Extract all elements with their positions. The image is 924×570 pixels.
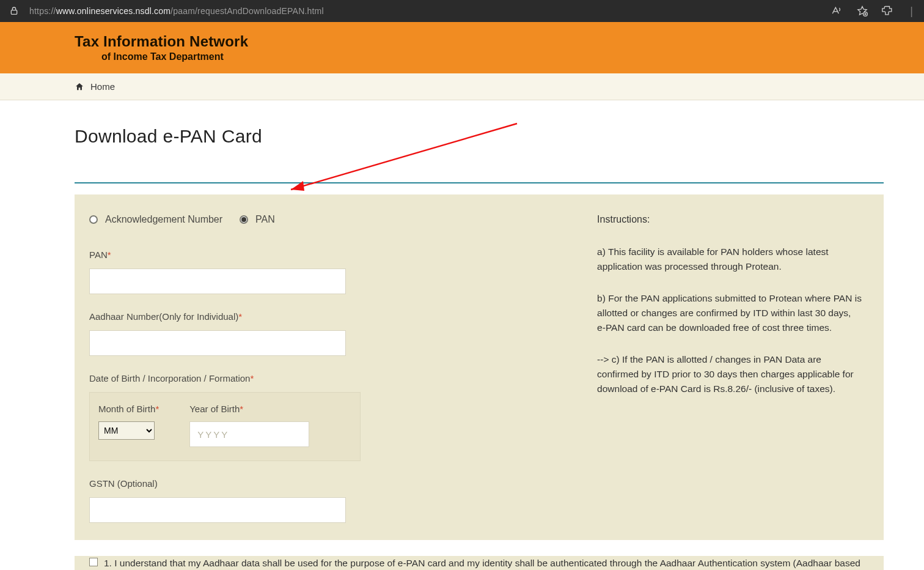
aadhaar-field: Aadhaar Number(Only for Individual)* bbox=[89, 311, 573, 356]
instruction-c: --> c) If the PAN is allotted / changes … bbox=[597, 352, 862, 396]
gstn-label: GSTN (Optional) bbox=[89, 478, 573, 489]
form-column: Acknowledgement Number PAN PAN* Aadhaar … bbox=[89, 214, 573, 540]
browser-address-bar: https://www.onlineservices.nsdl.com/paam… bbox=[0, 0, 924, 22]
month-label: Month of Birth* bbox=[98, 404, 159, 414]
radio-icon bbox=[89, 215, 98, 224]
consent-checkbox[interactable] bbox=[89, 558, 98, 566]
form-panel: Acknowledgement Number PAN PAN* Aadhaar … bbox=[75, 194, 884, 540]
gstn-field: GSTN (Optional) bbox=[89, 478, 573, 523]
aadhaar-input[interactable] bbox=[89, 330, 346, 356]
annotation-arrow bbox=[254, 119, 523, 198]
radio-pan-label: PAN bbox=[255, 214, 275, 225]
radio-ack-label: Acknowledgement Number bbox=[105, 214, 222, 225]
breadcrumb-bar: Home bbox=[0, 73, 924, 100]
pan-input[interactable] bbox=[89, 268, 346, 294]
site-header: Tax Information Network of Income Tax De… bbox=[0, 22, 924, 73]
consent-row: 1. I understand that my Aadhaar data sha… bbox=[89, 556, 869, 570]
site-title-sub: of Income Tax Department bbox=[75, 51, 884, 62]
search-type-radio-group: Acknowledgement Number PAN bbox=[89, 214, 573, 225]
dob-field: Date of Birth / Incorporation / Formatio… bbox=[89, 373, 573, 461]
extensions-icon[interactable] bbox=[882, 5, 894, 17]
site-lock-icon bbox=[9, 6, 20, 17]
month-select[interactable]: MM bbox=[98, 421, 155, 440]
instructions-column: Instructions: a) This facility is availa… bbox=[597, 214, 869, 540]
dob-container: Month of Birth* MM Year of Birth* bbox=[89, 392, 361, 461]
radio-acknowledgement[interactable]: Acknowledgement Number bbox=[89, 214, 222, 225]
browser-toolbar-icons: | bbox=[831, 5, 915, 18]
aadhaar-label: Aadhaar Number(Only for Individual)* bbox=[89, 311, 573, 322]
radio-pan[interactable]: PAN bbox=[240, 214, 275, 225]
url-scheme: https:// bbox=[29, 6, 56, 16]
breadcrumb-home[interactable]: Home bbox=[90, 81, 115, 92]
dob-label: Date of Birth / Incorporation / Formatio… bbox=[89, 373, 573, 383]
consent-text: 1. I understand that my Aadhaar data sha… bbox=[104, 556, 869, 570]
pan-label: PAN* bbox=[89, 250, 573, 260]
instruction-b: b) For the PAN applications submitted to… bbox=[597, 291, 862, 335]
favorite-star-icon[interactable] bbox=[856, 5, 868, 17]
site-title-main: Tax Information Network bbox=[75, 33, 884, 50]
url-host: www.onlineservices.nsdl.com bbox=[56, 6, 170, 16]
radio-icon bbox=[240, 215, 248, 224]
pan-field: PAN* bbox=[89, 250, 573, 294]
year-label: Year of Birth* bbox=[189, 404, 309, 414]
year-input[interactable] bbox=[189, 421, 309, 447]
instructions-title: Instructions: bbox=[597, 214, 862, 225]
url-path: /paam/requestAndDownloadEPAN.html bbox=[170, 6, 324, 16]
toolbar-divider: | bbox=[908, 5, 915, 18]
home-icon[interactable] bbox=[75, 82, 84, 92]
svg-marker-3 bbox=[291, 181, 304, 191]
gstn-input[interactable] bbox=[89, 497, 346, 523]
read-aloud-icon[interactable] bbox=[831, 5, 843, 17]
instruction-a: a) This facility is available for PAN ho… bbox=[597, 245, 862, 274]
svg-rect-0 bbox=[11, 10, 16, 15]
svg-line-2 bbox=[291, 124, 517, 190]
url-display[interactable]: https://www.onlineservices.nsdl.com/paam… bbox=[29, 6, 821, 16]
